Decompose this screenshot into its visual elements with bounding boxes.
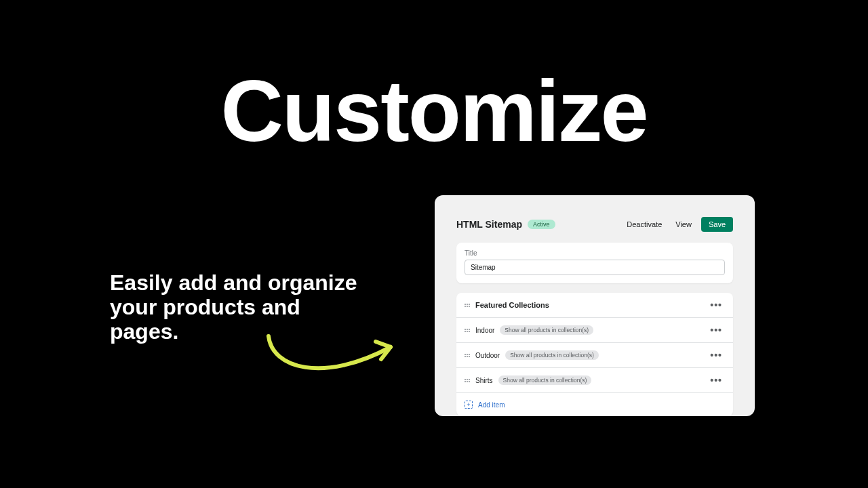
hero-headline: Customize: [0, 61, 868, 161]
status-badge: Active: [528, 220, 555, 229]
more-icon[interactable]: •••: [707, 324, 725, 336]
item-pill: Show all products in collection(s): [500, 325, 593, 335]
item-label: Indoor: [475, 327, 494, 334]
item-label: Outdoor: [475, 352, 500, 359]
add-item-button[interactable]: + Add item: [456, 393, 733, 416]
more-icon[interactable]: •••: [707, 374, 725, 386]
items-list: Featured Collections ••• Indoor Show all…: [456, 293, 733, 416]
list-item[interactable]: Outdoor Show all products in collection(…: [456, 343, 733, 368]
item-pill: Show all products in collection(s): [505, 350, 599, 360]
arrow-annotation: [262, 331, 404, 385]
drag-handle-icon[interactable]: [465, 301, 470, 309]
more-icon[interactable]: •••: [707, 299, 725, 311]
list-item[interactable]: Shirts Show all products in collection(s…: [456, 368, 733, 393]
item-pill: Show all products in collection(s): [498, 375, 592, 385]
view-button[interactable]: View: [671, 218, 696, 231]
drag-handle-icon[interactable]: [465, 376, 470, 384]
add-icon: +: [465, 401, 473, 409]
title-input[interactable]: [465, 260, 725, 275]
title-card: Title: [456, 243, 733, 283]
list-item[interactable]: Featured Collections •••: [456, 293, 733, 318]
item-label: Featured Collections: [475, 301, 549, 309]
save-button[interactable]: Save: [701, 217, 733, 232]
deactivate-button[interactable]: Deactivate: [623, 218, 666, 231]
sitemap-panel: HTML Sitemap Active Deactivate View Save…: [435, 195, 755, 416]
add-item-label: Add item: [478, 401, 505, 409]
title-field-label: Title: [465, 249, 725, 257]
drag-handle-icon[interactable]: [465, 351, 470, 359]
drag-handle-icon[interactable]: [465, 326, 470, 334]
list-item[interactable]: Indoor Show all products in collection(s…: [456, 318, 733, 343]
item-label: Shirts: [475, 377, 493, 384]
more-icon[interactable]: •••: [707, 349, 725, 361]
panel-title: HTML Sitemap: [456, 219, 522, 230]
panel-header: HTML Sitemap Active Deactivate View Save: [456, 217, 733, 232]
